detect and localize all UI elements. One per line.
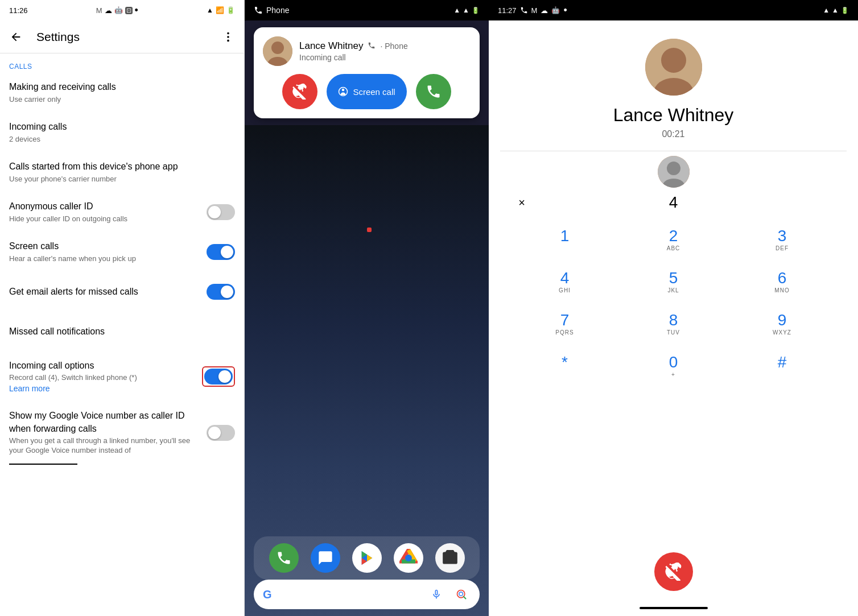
dot-icon: •: [135, 5, 138, 15]
settings-title: Settings: [36, 30, 208, 44]
settings-item-anonymous-caller[interactable]: Anonymous caller ID Hide your caller ID …: [0, 192, 244, 232]
more-button[interactable]: [217, 26, 240, 48]
settings-item-incoming-options[interactable]: Incoming call options Record call (4), S…: [0, 352, 244, 402]
svg-point-7: [342, 89, 345, 92]
dock-chrome-icon[interactable]: [394, 543, 423, 573]
phone-search-bar[interactable]: G: [254, 580, 480, 609]
screen-calls-toggle-knob: [221, 246, 233, 258]
settings-status-icons: M ☁ 🤖 ⊡ •: [96, 5, 138, 15]
google-voice-caller-subtitle: When you get a call through a linked num…: [9, 436, 200, 456]
caller-info-row: Lance Whitney · Phone Incoming call: [263, 36, 471, 66]
keypad-grid: 1 2 ABC 3 DEF 4 GHI 5 JKL 6 MNO: [512, 220, 835, 386]
anonymous-caller-toggle[interactable]: [207, 204, 235, 220]
dialer-close-button[interactable]: ×: [512, 192, 532, 213]
key-6-digit: 6: [778, 270, 787, 286]
keypad-hash[interactable]: #: [729, 346, 835, 386]
keypad-5[interactable]: 5 JKL: [620, 262, 727, 301]
dialer-partial-avatar: [658, 156, 690, 188]
dialer-input-value: 4: [669, 193, 678, 212]
keypad-8[interactable]: 8 TUV: [620, 304, 727, 344]
settings-item-email-alerts[interactable]: Get email alerts for missed calls: [0, 272, 244, 312]
keypad-1[interactable]: 1: [512, 220, 618, 259]
settings-item-making-calls[interactable]: Making and receiving calls Use carrier o…: [0, 73, 244, 113]
dialer-status-bar: 11:27 M ☁ 🤖 • ▲ ▲ 🔋: [489, 0, 858, 20]
keypad-0[interactable]: 0 +: [620, 346, 727, 386]
dock-messages-icon[interactable]: [311, 543, 340, 573]
phone-source-icon: [368, 42, 376, 51]
accept-call-button[interactable]: [416, 74, 451, 109]
search-lens-icon[interactable]: [452, 585, 471, 603]
dialer-status-left: 11:27 M ☁ 🤖 •: [498, 5, 567, 16]
incoming-options-title: Incoming call options: [9, 359, 195, 372]
email-alerts-toggle-knob: [221, 286, 233, 298]
dialer-divider: [500, 151, 847, 151]
settings-item-incoming-calls[interactable]: Incoming calls 2 devices: [0, 113, 244, 152]
learn-more-link[interactable]: Learn more: [9, 384, 50, 393]
phone-status-left: Phone: [254, 6, 289, 15]
incoming-calls-title: Incoming calls: [9, 121, 228, 133]
phone-dock: [254, 536, 480, 580]
keypad-6[interactable]: 6 MNO: [729, 262, 835, 301]
dock-camera-icon[interactable]: [435, 543, 465, 573]
svg-line-17: [464, 597, 466, 599]
phone-panel: Phone ▲ ▲ 🔋 Lance Whitney: [245, 0, 489, 616]
end-call-button[interactable]: [654, 552, 693, 591]
dialer-status-robot-icon: 🤖: [551, 6, 560, 14]
wifi-icon: ▲: [207, 6, 213, 14]
dock-phone-icon[interactable]: [269, 543, 299, 573]
dialer-call-time: 00:21: [662, 129, 684, 139]
end-call-icon: [665, 563, 683, 581]
settings-status-bar: 11:26 M ☁ 🤖 ⊡ • ▲ 📶 🔋: [0, 0, 244, 20]
keypad-3[interactable]: 3 DEF: [729, 220, 835, 259]
signal-icon: 📶: [216, 6, 224, 14]
search-mic-icon[interactable]: [427, 585, 446, 603]
keypad-7[interactable]: 7 PQRS: [512, 304, 618, 344]
screen-call-button[interactable]: Screen call: [327, 74, 406, 109]
settings-item-screen-calls[interactable]: Screen calls Hear a caller's name when y…: [0, 232, 244, 272]
decline-call-button[interactable]: [282, 74, 317, 109]
accept-icon: [426, 84, 442, 100]
email-alerts-toggle[interactable]: [207, 284, 235, 300]
key-6-letters: MNO: [774, 287, 789, 293]
dialer-contact-name: Lance Whitney: [613, 105, 734, 126]
dialer-input-row: × 4: [512, 188, 835, 215]
anonymous-caller-title: Anonymous caller ID: [9, 200, 200, 213]
google-voice-caller-toggle[interactable]: [207, 425, 235, 441]
anonymous-caller-subtitle: Hide your caller ID on outgoing calls: [9, 214, 200, 224]
key-hash-letters: [781, 373, 783, 379]
keypad-2[interactable]: 2 ABC: [620, 220, 727, 259]
incoming-calls-subtitle: 2 devices: [9, 135, 228, 144]
making-calls-title: Making and receiving calls: [9, 81, 228, 93]
caller-source: · Phone: [380, 42, 407, 51]
key-star-letters: [564, 373, 566, 379]
keypad-star[interactable]: *: [512, 346, 618, 386]
dock-play-store-icon[interactable]: [352, 543, 382, 573]
keypad-4[interactable]: 4 GHI: [512, 262, 618, 301]
screen-calls-toggle[interactable]: [207, 244, 235, 260]
dialer-avatar: [645, 39, 702, 96]
key-2-digit: 2: [669, 228, 678, 244]
photo-icon: ⊡: [125, 7, 133, 14]
home-bar: [640, 607, 708, 609]
dialer-phone-status-icon: [520, 6, 528, 14]
dialer-home-indicator: [489, 600, 858, 616]
making-calls-subtitle: Use carrier only: [9, 95, 228, 105]
settings-item-google-voice-caller[interactable]: Show my Google Voice number as caller ID…: [0, 402, 244, 464]
back-button[interactable]: [5, 26, 27, 48]
caller-name: Lance Whitney: [299, 40, 363, 52]
key-star-digit: *: [562, 353, 568, 371]
call-status: Incoming call: [299, 53, 471, 62]
incoming-options-subtitle: Record call (4), Switch linked phone (*): [9, 373, 195, 383]
dialer-keypad-section: × 4 1 2 ABC 3 DEF 4 GHI: [489, 188, 858, 545]
key-8-letters: TUV: [667, 329, 680, 336]
dialer-status-m-icon: M: [531, 6, 538, 15]
incoming-options-toggle[interactable]: [204, 369, 233, 385]
key-8-digit: 8: [669, 312, 678, 328]
settings-item-calls-started[interactable]: Calls started from this device's phone a…: [0, 152, 244, 192]
anonymous-caller-toggle-knob: [208, 206, 221, 218]
caller-details: Lance Whitney · Phone Incoming call: [299, 40, 471, 62]
svg-point-16: [459, 592, 463, 596]
settings-item-missed-notifications[interactable]: Missed call notifications: [0, 312, 244, 352]
key-1-letters: [564, 245, 566, 251]
keypad-9[interactable]: 9 WXYZ: [729, 304, 835, 344]
